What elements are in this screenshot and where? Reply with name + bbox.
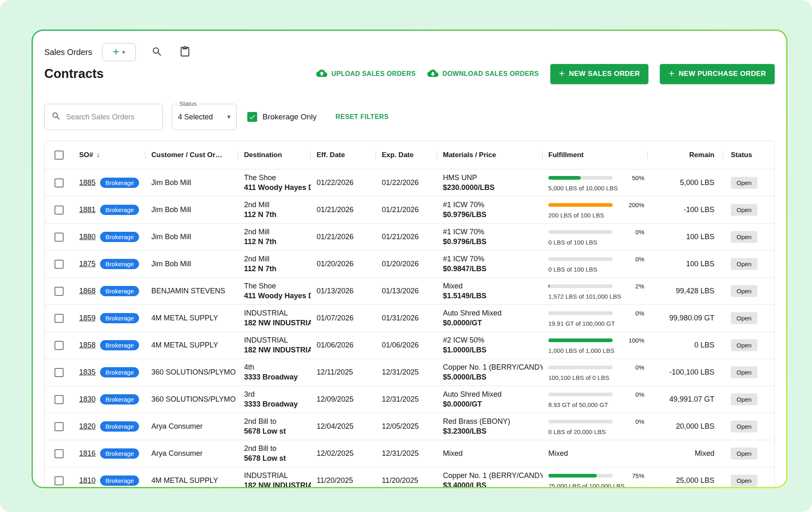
paste-icon [179,46,191,59]
eff-date-cell: 12/09/2025 [311,395,376,404]
progress-fill [548,474,597,478]
status-cell: Open [723,231,774,243]
header-eff-date: Eff. Date [311,151,376,159]
fulfillment-cell: 0% 0 LBS of 20,000 LBS [543,413,648,440]
paste-button[interactable] [179,46,191,59]
status-select[interactable]: Status 4 Selected ▾ [172,104,237,130]
fulfillment-cell: 0% 0 LBS of 100 LBS [543,224,648,250]
status-cell: Open [723,177,774,189]
select-all-checkbox[interactable] [55,151,64,160]
brokerage-badge: Brokerage [100,367,139,377]
materials-cell: #1 ICW 70% $0.9796/LBS [437,227,543,247]
table-row[interactable]: 1868 Brokerage BENJAMIN STEVENS The Shoe… [45,277,774,304]
so-number-link[interactable]: 1880 [79,233,96,241]
table-row[interactable]: 1859 Brokerage 4M METAL SUPPLY INDUSTRIA… [45,304,774,331]
header-destination: Destination [238,151,311,159]
so-number-link[interactable]: 1858 [79,341,96,350]
exp-date-cell: 01/21/2026 [376,206,437,214]
header-so[interactable]: SO#↓ [73,151,146,159]
destination-cell: INDUSTRIAL 182 NW INDUSTRIA [238,309,311,328]
plus-icon: + [559,69,565,78]
table-row[interactable]: 1885 Brokerage Jim Bob Mill The Shoe 411… [45,169,774,196]
destination-cell: 2nd Mill 112 N 7th [238,254,311,274]
exp-date-cell: 01/22/2026 [376,178,437,187]
so-number-link[interactable]: 1859 [79,314,96,322]
search-icon [151,46,163,59]
table-row[interactable]: 1810 Brokerage 4M METAL SUPPLY INDUSTRIA… [45,467,774,487]
so-number-link[interactable]: 1885 [79,178,96,187]
status-cell: Open [723,421,774,432]
table-row[interactable]: 1875 Brokerage Jim Bob Mill 2nd Mill 112… [45,250,774,277]
row-select-cell [45,287,73,296]
brokerage-only-checkbox[interactable] [247,112,257,122]
so-number-link[interactable]: 1835 [79,368,96,377]
so-number-link[interactable]: 1830 [79,395,96,404]
add-dropdown-button[interactable]: + ▾ [102,43,136,61]
row-checkbox[interactable] [55,260,64,269]
progress-percent: 2% [635,283,644,290]
row-checkbox[interactable] [55,206,64,215]
new-purchase-order-button[interactable]: + NEW PURCHASE ORDER [660,64,775,84]
destination-cell: The Shoe 411 Woody Hayes D [238,173,311,193]
so-number-link[interactable]: 1820 [79,422,96,431]
row-checkbox[interactable] [55,178,64,187]
status-cell: Open [723,339,774,351]
row-checkbox[interactable] [55,476,64,485]
exp-date-cell: 12/31/2025 [376,395,437,404]
progress-percent: 200% [629,201,644,208]
search-sales-orders-input[interactable] [66,113,156,121]
materials-cell: #1 ICW 70% $0.9847/LBS [437,254,543,274]
row-checkbox[interactable] [55,233,64,242]
row-checkbox[interactable] [55,368,64,377]
progress-fill [548,176,581,180]
so-number-link[interactable]: 1881 [79,206,96,214]
status-badge: Open [731,258,757,270]
cloud-download-icon [427,68,438,80]
row-checkbox[interactable] [55,449,64,458]
table-row[interactable]: 1835 Brokerage 360 SOLUTIONS/PLYMO 4th 3… [45,359,774,386]
download-sales-orders-button[interactable]: DOWNLOAD SALES ORDERS [427,68,539,80]
fulfillment-progress: 2% 1,572 LBS of 101,000 LBS [548,283,644,300]
row-checkbox[interactable] [55,422,64,431]
so-number-link[interactable]: 1868 [79,287,96,295]
table-row[interactable]: 1880 Brokerage Jim Bob Mill 2nd Mill 112… [45,223,774,250]
fulfillment-cell: 0% 8.93 GT of 50,000 GT [543,386,648,413]
brokerage-badge: Brokerage [100,421,139,432]
row-checkbox[interactable] [55,314,64,323]
progress-fill [548,338,613,342]
so-number-link[interactable]: 1810 [79,476,96,485]
table-row[interactable]: 1816 Brokerage Arya Consumer 2nd Bill to… [45,440,774,467]
so-cell: 1810 Brokerage [73,475,146,486]
row-checkbox[interactable] [55,287,64,296]
table-row[interactable]: 1881 Brokerage Jim Bob Mill 2nd Mill 112… [45,196,774,223]
new-sales-order-button[interactable]: + NEW SALES ORDER [550,64,649,84]
destination-cell: INDUSTRIAL 182 NW INDUSTRIA [238,336,311,355]
table-row[interactable]: 1830 Brokerage 360 SOLUTIONS/PLYMO 3rd 3… [45,386,774,413]
customer-cell: 4M METAL SUPPLY [146,476,238,485]
new-sales-order-label: NEW SALES ORDER [569,70,640,78]
select-all-cell [45,151,73,160]
status-select-label: Status [177,100,199,107]
remain-cell: 100 LBS [648,233,723,241]
status-cell: Open [723,448,774,459]
row-checkbox[interactable] [55,395,64,404]
chevron-down-icon: ▾ [122,49,125,55]
exp-date-cell: 12/31/2025 [376,368,437,377]
status-badge: Open [731,231,757,243]
customer-cell: Arya Consumer [146,449,238,458]
table-row[interactable]: 1820 Brokerage Arya Consumer 2nd Bill to… [45,413,774,440]
header-fulfillment: Fulfillment [543,151,648,159]
remain-cell: 20,000 LBS [648,422,723,431]
search-toggle-button[interactable] [151,46,163,59]
progress-track [548,230,613,234]
reset-filters-button[interactable]: RESET FILTERS [335,113,389,121]
upload-sales-orders-button[interactable]: UPLOAD SALES ORDERS [316,68,416,80]
brokerage-badge: Brokerage [100,232,139,242]
destination-cell: 4th 3333 Broadway [238,363,311,382]
row-select-cell [45,422,73,431]
table-row[interactable]: 1858 Brokerage 4M METAL SUPPLY INDUSTRIA… [45,331,774,359]
so-number-link[interactable]: 1875 [79,260,96,268]
fulfillment-subtext: 19.91 GT of 100,000 GT [548,320,644,327]
row-checkbox[interactable] [55,341,64,350]
so-number-link[interactable]: 1816 [79,449,96,458]
